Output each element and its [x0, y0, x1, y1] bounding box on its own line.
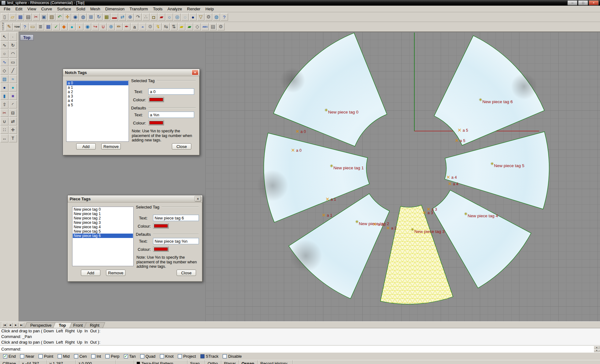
ellipse-tool-icon[interactable]: ◌ — [181, 13, 189, 21]
osnap-disable[interactable]: Disable — [223, 354, 242, 359]
list-item[interactable]: New piece tag 0 — [73, 207, 133, 212]
zoom-dynamic-icon[interactable]: ◉ — [72, 13, 79, 21]
colour-swatch-icon[interactable]: ▰ — [158, 13, 165, 21]
list-item[interactable]: a 4 — [67, 98, 128, 103]
piece-tag-list[interactable]: New piece tag 0New piece tag 1New piece … — [72, 207, 134, 266]
menu-mesh[interactable]: Mesh — [88, 7, 103, 11]
rotate-view-icon[interactable]: ↻ — [95, 13, 103, 21]
tab-right[interactable]: Right — [84, 322, 105, 328]
box-icon[interactable]: ■ — [9, 92, 17, 100]
menu-edit[interactable]: Edit — [13, 7, 25, 11]
piece-dialog-close-button[interactable]: × — [194, 196, 201, 202]
list-item[interactable]: a 2 — [67, 90, 128, 94]
list-item[interactable]: a 0 — [67, 81, 128, 85]
piece-selected-text-input[interactable] — [153, 215, 199, 221]
list-item[interactable]: New piece tag 4 — [73, 225, 133, 229]
point-marker-icon[interactable]: ∴ — [142, 13, 150, 21]
scroll-down-icon[interactable]: ▼ — [594, 349, 600, 352]
polygon-icon[interactable]: ◇ — [0, 66, 8, 75]
osnap-knot[interactable]: Knot — [160, 354, 174, 359]
gears-icon[interactable]: ⚙ — [205, 13, 212, 21]
notch-dialog-close-button[interactable]: × — [192, 70, 199, 75]
point-icon[interactable]: ∙ — [9, 33, 17, 41]
array-icon[interactable]: ∷ — [0, 126, 8, 134]
piece-close-button[interactable]: Close — [177, 270, 196, 276]
osnap-project[interactable]: Project — [178, 354, 196, 359]
tab-nav-previous-button[interactable]: ◀ — [8, 323, 13, 328]
zoom-window-icon[interactable]: ◍ — [79, 13, 87, 21]
status-snap-toggle[interactable]: Snap — [188, 360, 205, 364]
new-file-icon[interactable]: ▯ — [1, 13, 8, 21]
osnap-point[interactable]: Point — [39, 354, 53, 359]
menu-analyze[interactable]: Analyze — [165, 7, 184, 11]
filter-icon[interactable]: ▽ — [197, 13, 204, 21]
osnap-near[interactable]: Near — [20, 354, 34, 359]
menu-curve[interactable]: Curve — [39, 7, 55, 11]
text-a-icon[interactable]: a — [131, 23, 138, 30]
status-record-history-toggle[interactable]: Record History — [258, 360, 293, 364]
tab-nav-last-button[interactable]: ▶| — [19, 323, 24, 328]
circle-tool-icon[interactable]: ○ — [166, 13, 173, 21]
gear2-icon[interactable]: ⚙ — [217, 23, 225, 30]
zoom-selected-icon[interactable]: ⊕ — [126, 13, 134, 21]
surface-icon[interactable]: ▧ — [0, 75, 8, 83]
swatch-yellow-icon[interactable]: ▰ — [178, 23, 185, 30]
command-prompt[interactable]: Command: — [0, 347, 21, 351]
notch-dialog-titlebar[interactable]: Notch Tags × — [63, 69, 199, 76]
globe-icon[interactable]: ◍ — [213, 13, 220, 21]
tab-nav-next-button[interactable]: ▶ — [13, 323, 19, 328]
knife-icon[interactable]: ✎ — [5, 23, 13, 30]
arc-icon[interactable]: ◠ — [9, 50, 17, 58]
tab-perspective[interactable]: Perspective — [24, 322, 57, 328]
tab-nav-first-button[interactable]: |◀ — [2, 323, 7, 328]
curve-icon[interactable]: ∿ — [0, 58, 8, 66]
piece-default-text-input[interactable] — [153, 238, 199, 244]
status-cplane[interactable]: CPlane — [0, 360, 19, 364]
object-properties-icon[interactable]: ▬ — [111, 13, 118, 21]
hook-icon[interactable]: ↪ — [92, 23, 99, 30]
cut-icon[interactable]: ✂ — [32, 13, 40, 21]
gear-a-icon[interactable]: ⚙ — [146, 23, 154, 30]
save-icon[interactable]: ▦ — [17, 13, 24, 21]
menu-dimension[interactable]: Dimension — [103, 7, 127, 11]
polyline-icon[interactable]: ∿ — [0, 41, 8, 49]
piece-selected-colour-button[interactable] — [153, 223, 169, 229]
notch-tag-list[interactable]: a 0a 1a 2a 3a 4a 5 — [66, 80, 129, 142]
hide-swap-icon[interactable]: ⇄ — [119, 13, 126, 21]
notch-add-button[interactable]: Add — [76, 143, 96, 150]
rectangle-icon[interactable]: ▭ — [9, 58, 17, 66]
rotate-icon[interactable]: ↻ — [9, 41, 17, 49]
shaded-ball-icon[interactable]: ● — [9, 83, 17, 92]
ruler-icon[interactable]: ▭ — [29, 23, 36, 30]
minimize-button[interactable]: ─ — [567, 0, 577, 5]
extrude-icon[interactable]: ⇧ — [0, 100, 8, 108]
list-item[interactable]: New piece tag 6 — [73, 234, 133, 238]
list-item[interactable]: New piece tag 3 — [73, 220, 133, 225]
swatch-green-icon[interactable]: ▰ — [186, 23, 193, 30]
pen-icon[interactable]: ✒ — [123, 23, 130, 30]
trim-icon[interactable]: ✂ — [0, 109, 8, 117]
osnap-perp[interactable]: Perp — [105, 354, 119, 359]
undo-icon[interactable]: ↶ — [56, 13, 63, 21]
creature-icon[interactable]: ◆ — [60, 23, 68, 30]
fillet-icon[interactable]: ◜ — [9, 100, 17, 108]
ball-cyan-icon[interactable]: ● — [68, 23, 76, 30]
flip-h-icon[interactable]: ⇆ — [162, 23, 170, 30]
circle-icon[interactable]: ○ — [0, 50, 8, 58]
sphere-icon[interactable]: ● — [0, 83, 8, 92]
diamond-icon[interactable]: ◇ — [194, 23, 201, 30]
globe-gear-icon[interactable]: ⊛ — [107, 23, 115, 30]
save-small-icon[interactable]: ▦ — [45, 23, 52, 30]
tab-top[interactable]: Top — [53, 322, 72, 328]
scale-icon[interactable]: ↔ — [0, 134, 8, 142]
menu-help[interactable]: Help — [203, 7, 216, 11]
scroll-up-icon[interactable]: ▲ — [594, 346, 600, 349]
status-osnap-toggle[interactable]: Osnap — [239, 360, 258, 364]
menu-file[interactable]: File — [1, 7, 13, 11]
lock-icon[interactable]: ◘ — [150, 13, 157, 21]
notch-close-button[interactable]: Close — [172, 143, 191, 150]
osnap-cen[interactable]: Cen — [74, 354, 87, 359]
notch-selected-colour-button[interactable] — [148, 97, 164, 102]
page-icon[interactable]: ▤ — [209, 23, 217, 30]
piece-dialog-titlebar[interactable]: Piece Tags × — [68, 195, 202, 203]
